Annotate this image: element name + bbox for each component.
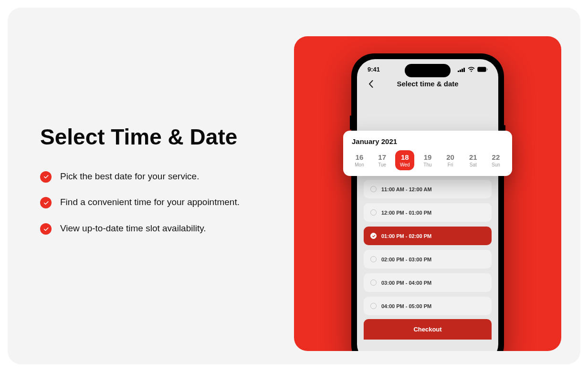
day-option[interactable]: 20Fri: [441, 150, 460, 170]
day-number: 22: [486, 153, 505, 161]
day-label: Mon: [350, 162, 369, 167]
battery-icon: [477, 67, 488, 72]
bullet-item: Find a convenient time for your appointm…: [40, 196, 269, 209]
check-icon: [40, 223, 52, 235]
feature-bullets: Pick the best date for your service. Fin…: [40, 170, 269, 235]
time-slot[interactable]: 03:00 PM - 04:00 PM: [364, 273, 492, 292]
bullet-item: Pick the best date for your service.: [40, 170, 269, 183]
checkout-button[interactable]: Checkout: [364, 319, 492, 340]
time-slot[interactable]: 12:00 PM - 01:00 PM: [364, 203, 492, 222]
dynamic-island: [405, 64, 451, 77]
slot-label: 01:00 PM - 02:00 PM: [381, 233, 431, 239]
time-slot-selected[interactable]: 01:00 PM - 02:00 PM: [364, 227, 492, 245]
screen-title: Select time & date: [397, 80, 458, 88]
day-row: 16Mon 17Tue 18Wed 19Thu 20Fri 21Sat 22Su…: [350, 150, 505, 170]
slot-label: 02:00 PM - 03:00 PM: [381, 257, 431, 262]
check-icon: [40, 197, 52, 208]
day-label: Sat: [463, 162, 483, 167]
radio-icon: [370, 303, 377, 309]
day-option-selected[interactable]: 18Wed: [395, 150, 414, 170]
day-label: Tue: [373, 162, 392, 167]
svg-rect-1: [460, 70, 461, 72]
month-label: January 2021: [352, 137, 504, 145]
time-slot[interactable]: 11:00 AM - 12:00 AM: [364, 180, 492, 198]
time-slots: 10:00 AM - 11:00 AM 11:00 AM - 12:00 AM …: [357, 94, 498, 315]
day-option[interactable]: 22Sun: [486, 150, 505, 170]
feature-copy: Select Time & Date Pick the best date fo…: [40, 124, 269, 248]
day-number: 19: [418, 153, 437, 161]
svg-rect-0: [458, 71, 459, 72]
feature-title: Select Time & Date: [40, 124, 269, 151]
bullet-text: View up-to-date time slot availability.: [60, 222, 206, 235]
back-button[interactable]: [365, 78, 377, 90]
day-number: 17: [373, 153, 392, 161]
time-slot[interactable]: 02:00 PM - 03:00 PM: [364, 250, 492, 269]
wifi-icon: [468, 67, 475, 72]
radio-icon: [370, 256, 377, 262]
bullet-text: Pick the best date for your service.: [60, 170, 199, 183]
screen-header: Select time & date: [357, 75, 498, 94]
svg-rect-2: [462, 69, 463, 72]
feature-card: Select Time & Date Pick the best date fo…: [8, 8, 580, 364]
slot-label: 03:00 PM - 04:00 PM: [381, 280, 431, 286]
radio-icon: [370, 209, 377, 216]
radio-icon: [370, 279, 377, 286]
check-icon: [40, 171, 52, 183]
slot-label: 04:00 PM - 05:00 PM: [381, 303, 431, 309]
radio-icon: [370, 186, 377, 192]
slot-label: 11:00 AM - 12:00 AM: [381, 186, 432, 192]
time-slot[interactable]: 04:00 PM - 05:00 PM: [364, 297, 492, 315]
day-option[interactable]: 17Tue: [373, 150, 392, 170]
device-panel: 9:41 Select time & date 10:00 AM - 11:00…: [294, 36, 561, 351]
phone-screen: 9:41 Select time & date 10:00 AM - 11:00…: [357, 59, 498, 351]
day-option[interactable]: 19Thu: [418, 150, 437, 170]
bullet-text: Find a convenient time for your appointm…: [60, 196, 240, 209]
day-number: 21: [463, 153, 483, 161]
date-picker-card: January 2021 16Mon 17Tue 18Wed 19Thu 20F…: [343, 131, 512, 176]
svg-rect-5: [478, 68, 485, 71]
day-label: Fri: [441, 162, 460, 167]
phone-frame: 9:41 Select time & date 10:00 AM - 11:00…: [351, 53, 504, 351]
svg-rect-3: [463, 68, 465, 72]
day-label: Wed: [395, 162, 414, 167]
day-label: Thu: [418, 162, 437, 167]
radio-checked-icon: [370, 233, 377, 239]
day-number: 16: [350, 153, 369, 161]
day-number: 20: [441, 153, 460, 161]
day-label: Sun: [486, 162, 505, 167]
cellular-icon: [458, 67, 465, 72]
status-indicators: [458, 67, 488, 72]
status-time: 9:41: [368, 66, 380, 73]
svg-rect-6: [487, 69, 488, 71]
day-option[interactable]: 21Sat: [463, 150, 483, 170]
bullet-item: View up-to-date time slot availability.: [40, 222, 269, 235]
slot-label: 12:00 PM - 01:00 PM: [381, 210, 431, 216]
day-option[interactable]: 16Mon: [350, 150, 369, 170]
chevron-left-icon: [368, 80, 373, 88]
day-number: 18: [395, 153, 414, 161]
